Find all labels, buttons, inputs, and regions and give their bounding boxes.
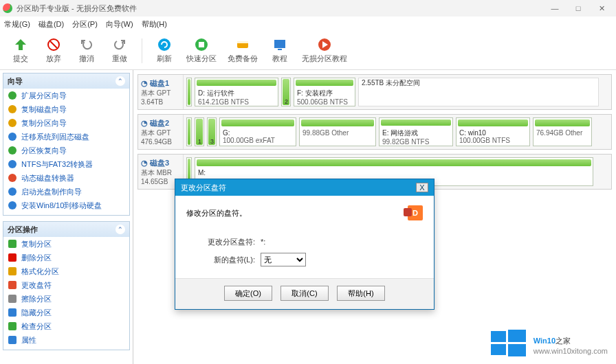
wizard-panel-head[interactable]: 向导⌃ <box>3 73 129 89</box>
tb-redo[interactable]: 重做 <box>104 34 135 67</box>
tb-lossless-tutorial[interactable]: 无损分区教程 <box>298 34 351 67</box>
partition[interactable]: 2.55TB 未分配空间 <box>358 78 599 106</box>
wizard-item[interactable]: 复制分区向导 <box>3 116 129 130</box>
partition[interactable]: 99.88GB Other <box>299 117 376 146</box>
change-drive-letter-dialog: 更改分区盘符 X 修改分区的盘符。 D 更改分区盘符: *: 新的盘符(L): … <box>175 179 434 310</box>
svg-rect-5 <box>199 42 204 47</box>
current-letter-value: *: <box>261 238 265 246</box>
wizard-item[interactable]: 启动光盘制作向导 <box>3 185 129 198</box>
refresh-icon <box>157 37 172 52</box>
svg-rect-22 <box>8 253 16 262</box>
partition[interactable] <box>186 78 192 106</box>
drive-letter-icon: D <box>408 205 423 220</box>
menu-wizard[interactable]: 向导(W) <box>106 19 133 30</box>
svg-rect-23 <box>8 267 16 275</box>
svg-rect-32 <box>508 344 526 356</box>
svg-point-20 <box>8 201 16 209</box>
svg-rect-25 <box>8 295 16 303</box>
wizard-panel: 向导⌃ 扩展分区向导复制磁盘向导复制分区向导迁移系统到固态磁盘分区恢复向导NTF… <box>3 73 130 216</box>
partition-size: 100.00GB NTFS <box>456 137 529 144</box>
partition-label: G: <box>220 129 296 137</box>
partition[interactable]: G:100.00GB exFAT <box>219 117 296 146</box>
close-button[interactable]: ✕ <box>590 1 613 15</box>
disk-row: ◔ 磁盘2基本 GPT476.94GB13G:100.00GB exFAT99.… <box>138 114 612 150</box>
ops-item[interactable]: 格式化分区 <box>3 264 129 278</box>
wizard-item[interactable]: 迁移系统到固态磁盘 <box>3 130 129 144</box>
wizard-item-icon <box>8 173 17 183</box>
tb-undo[interactable]: 撤消 <box>72 34 102 67</box>
ops-item[interactable]: 擦除分区 <box>3 292 129 306</box>
svg-point-17 <box>8 160 16 168</box>
ops-item-label: 检查分区 <box>21 321 52 332</box>
disk-name: ◔ 磁盘1 <box>141 78 183 89</box>
commit-icon <box>13 37 28 52</box>
help-button[interactable]: 帮助(H) <box>337 286 385 301</box>
wizard-item[interactable]: 动态磁盘转换器 <box>3 171 129 185</box>
menu-general[interactable]: 常规(G) <box>4 19 30 30</box>
maximize-button[interactable]: □ <box>566 1 590 15</box>
dialog-title: 更改分区盘符 <box>181 183 226 193</box>
dialog-close-button[interactable]: X <box>416 183 428 192</box>
toolbar: 提交 放弃 撤消 重做 刷新 快速分区 免费备份 教程 无损分区教程 <box>0 32 616 70</box>
wizard-item[interactable]: NTFS与FAT32转换器 <box>3 157 129 171</box>
wizard-item-label: 扩展分区向导 <box>21 91 67 101</box>
partition[interactable] <box>186 117 192 146</box>
new-letter-label: 新的盘符(L): <box>186 255 255 265</box>
ops-item-label: 复制分区 <box>21 239 52 249</box>
wizard-item-icon <box>8 146 17 155</box>
partition-label: E: 网络游戏 <box>380 128 452 138</box>
partition[interactable]: F: 安装程序500.06GB NTFS <box>294 78 355 106</box>
partition[interactable]: C: win10100.00GB NTFS <box>456 117 530 146</box>
ops-item[interactable]: 更改盘符 <box>3 278 129 292</box>
ops-item-label: 删除分区 <box>21 253 52 263</box>
disk-type: 基本 GPT <box>141 89 183 98</box>
watermark-url: www.win10xitong.com <box>534 347 608 355</box>
ops-item[interactable]: 检查分区 <box>3 319 129 333</box>
tb-quick-partition[interactable]: 快速分区 <box>182 34 221 67</box>
disk-size: 3.64TB <box>141 98 183 106</box>
cancel-button[interactable]: 取消(C) <box>280 286 329 301</box>
watermark: Win10之家 www.win10xitong.com <box>491 328 608 357</box>
partition-size: 614.21GB NTFS <box>195 98 278 106</box>
tb-refresh[interactable]: 刷新 <box>149 34 179 67</box>
tb-discard[interactable]: 放弃 <box>38 34 69 67</box>
minimize-button[interactable]: ― <box>543 1 566 15</box>
ops-panel: 分区操作⌃ 复制分区删除分区格式化分区更改盘符擦除分区隐藏分区检查分区属性 <box>3 221 130 350</box>
partition[interactable]: 1 <box>195 117 204 146</box>
svg-point-15 <box>8 133 16 141</box>
svg-rect-8 <box>274 40 285 48</box>
ops-panel-head[interactable]: 分区操作⌃ <box>3 222 129 237</box>
tb-tutorial[interactable]: 教程 <box>265 34 295 67</box>
new-letter-select[interactable]: 无 <box>261 253 306 266</box>
partition[interactable]: 3 <box>207 117 217 146</box>
ops-item[interactable]: 隐藏分区 <box>3 306 129 319</box>
ops-item[interactable]: 删除分区 <box>3 251 129 264</box>
svg-marker-0 <box>15 39 26 50</box>
svg-point-3 <box>158 38 170 51</box>
ops-item[interactable]: 属性 <box>3 333 129 347</box>
tb-commit[interactable]: 提交 <box>6 34 36 67</box>
partition[interactable]: D: 运行软件614.21GB NTFS <box>195 78 278 106</box>
partition[interactable]: 2 <box>281 78 291 106</box>
partition[interactable]: 76.94GB Other <box>533 117 592 146</box>
partition[interactable]: E: 网络游戏99.82GB NTFS <box>379 117 453 146</box>
partition-label: F: 安装程序 <box>294 89 355 98</box>
menu-partition[interactable]: 分区(P) <box>72 19 98 30</box>
ops-item[interactable]: 复制分区 <box>3 237 129 251</box>
wizard-item[interactable]: 扩展分区向导 <box>3 89 129 102</box>
wizard-item-icon <box>8 132 17 141</box>
svg-rect-26 <box>8 308 16 317</box>
ops-item-icon <box>8 321 17 331</box>
menubar: 常规(G) 磁盘(D) 分区(P) 向导(W) 帮助(H) <box>0 16 616 32</box>
wizard-item[interactable]: 安装Win8/10到移动硬盘 <box>3 198 129 212</box>
wizard-item-icon <box>8 104 17 114</box>
dialog-description: 修改分区的盘符。 <box>186 208 247 218</box>
wizard-item[interactable]: 复制磁盘向导 <box>3 102 129 116</box>
tb-backup[interactable]: 免费备份 <box>223 34 262 67</box>
ok-button[interactable]: 确定(O) <box>224 286 272 301</box>
svg-rect-9 <box>278 49 282 50</box>
wizard-item[interactable]: 分区恢复向导 <box>3 144 129 157</box>
menu-disk[interactable]: 磁盘(D) <box>38 19 64 30</box>
svg-rect-24 <box>8 281 16 289</box>
menu-help[interactable]: 帮助(H) <box>142 19 167 30</box>
